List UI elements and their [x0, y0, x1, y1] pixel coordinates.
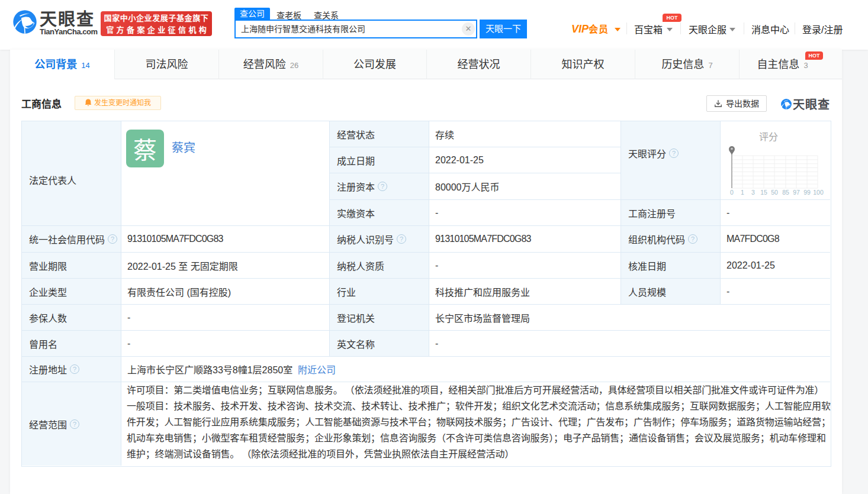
svg-text:3: 3: [751, 189, 755, 196]
svg-text:97: 97: [793, 189, 800, 196]
svg-text:85: 85: [782, 189, 789, 196]
svg-text:99: 99: [803, 189, 811, 196]
svg-text:1: 1: [741, 189, 744, 196]
svg-text:50: 50: [771, 189, 778, 196]
svg-text:0: 0: [730, 189, 734, 196]
svg-text:100: 100: [813, 189, 824, 196]
svg-text:15: 15: [760, 189, 767, 196]
